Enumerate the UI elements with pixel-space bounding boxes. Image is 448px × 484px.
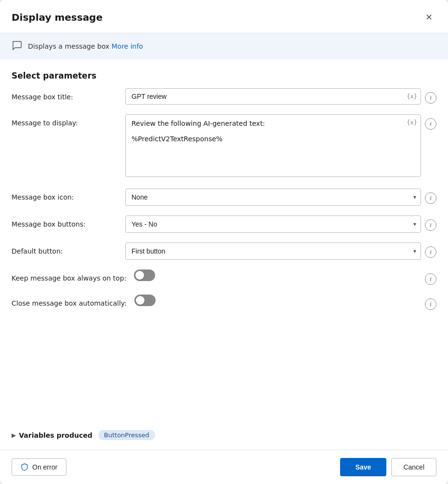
- param-row-buttons: Message box buttons: Yes - No OK OK - Ca…: [12, 215, 436, 233]
- dialog-title: Display message: [12, 12, 103, 23]
- default-button-label: Default button:: [12, 242, 118, 255]
- message-box-buttons-control: Yes - No OK OK - Cancel Yes - No - Cance…: [125, 215, 436, 233]
- keep-on-top-toggle-wrapper: [134, 269, 155, 281]
- variables-toggle[interactable]: ▶ Variables produced: [12, 431, 92, 439]
- shield-icon: [21, 463, 28, 471]
- on-error-label: On error: [32, 463, 57, 471]
- message-box-icon-info-icon[interactable]: i: [425, 192, 436, 204]
- display-message-dialog: Display message ✕ Displays a message box…: [0, 0, 448, 484]
- close-auto-info-icon[interactable]: i: [425, 298, 436, 310]
- message-box-buttons-info-icon[interactable]: i: [425, 219, 436, 231]
- message-box-icon-select[interactable]: None Information Warning Error Question: [125, 188, 421, 206]
- close-button[interactable]: ✕: [421, 10, 436, 25]
- default-button-info-icon[interactable]: i: [425, 246, 436, 258]
- message-to-display-info-icon[interactable]: i: [425, 118, 436, 130]
- message-box-title-label: Message box title:: [12, 88, 118, 101]
- on-error-button[interactable]: On error: [12, 458, 66, 476]
- message-box-icon-select-wrapper: None Information Warning Error Question …: [125, 188, 421, 206]
- dialog-footer: On error Save Cancel: [0, 450, 448, 484]
- keep-on-top-toggle-thumb: [135, 271, 144, 280]
- message-textarea-wrapper: <span class="textarea-first-line">Review…: [125, 114, 421, 179]
- cancel-button[interactable]: Cancel: [391, 458, 436, 476]
- message-box-buttons-label: Message box buttons:: [12, 215, 118, 228]
- keep-on-top-toggle-track: [134, 269, 155, 281]
- keep-on-top-info-icon[interactable]: i: [425, 273, 436, 285]
- default-button-control: First button Second button Third button …: [125, 242, 436, 260]
- message-box-icon-control: None Information Warning Error Question …: [125, 188, 436, 206]
- default-button-select-wrapper: First button Second button Third button …: [125, 242, 421, 260]
- message-box-buttons-select-wrapper: Yes - No OK OK - Cancel Yes - No - Cance…: [125, 215, 421, 233]
- keep-on-top-control: i: [134, 269, 436, 285]
- message-to-display-textarea[interactable]: <span class="textarea-first-line">Review…: [125, 114, 421, 177]
- close-auto-label: Close message box automatically:: [12, 295, 127, 307]
- close-auto-toggle-track: [134, 295, 156, 306]
- keep-on-top-toggle[interactable]: [134, 269, 155, 281]
- message-box-icon-label: Message box icon:: [12, 188, 118, 201]
- keep-on-top-label: Keep message box always on top:: [12, 269, 126, 282]
- footer-actions: Save Cancel: [340, 458, 436, 476]
- variables-produced-label: Variables produced: [19, 431, 92, 439]
- params-area: Message box title: {x} i Message to disp…: [0, 88, 448, 420]
- save-button[interactable]: Save: [340, 458, 387, 476]
- dialog-header: Display message ✕: [0, 0, 448, 33]
- more-info-link[interactable]: More info: [112, 42, 143, 50]
- default-button-select[interactable]: First button Second button Third button: [125, 242, 421, 260]
- message-to-display-label: Message to display:: [12, 114, 118, 127]
- param-row-keep-on-top: Keep message box always on top: i: [12, 269, 436, 285]
- param-row-icon: Message box icon: None Information Warni…: [12, 188, 436, 206]
- close-auto-control: i: [134, 295, 436, 310]
- close-auto-toggle-wrapper: [134, 295, 156, 306]
- message-box-title-control: {x} i: [125, 88, 436, 105]
- param-row-message: Message to display: <span class="textare…: [12, 114, 436, 179]
- variables-produced-row: ▶ Variables produced ButtonPressed: [0, 420, 448, 450]
- message-box-title-input-wrapper: {x}: [125, 88, 421, 105]
- param-row-title: Message box title: {x} i: [12, 88, 436, 105]
- info-banner-text: Displays a message box More info: [28, 42, 143, 50]
- variables-chevron-icon: ▶: [12, 432, 16, 439]
- close-auto-toggle-thumb: [136, 296, 145, 305]
- message-to-display-control: <span class="textarea-first-line">Review…: [125, 114, 436, 179]
- variables-badge: ButtonPressed: [98, 430, 155, 440]
- param-row-default-button: Default button: First button Second butt…: [12, 242, 436, 260]
- message-box-buttons-select[interactable]: Yes - No OK OK - Cancel Yes - No - Cance…: [125, 215, 421, 233]
- message-bubble-icon: [12, 40, 22, 53]
- section-title: Select parameters: [0, 59, 448, 88]
- info-banner: Displays a message box More info: [0, 33, 448, 59]
- param-row-close-auto: Close message box automatically: i: [12, 295, 436, 310]
- message-box-title-info-icon[interactable]: i: [425, 92, 436, 104]
- message-box-title-input[interactable]: [125, 88, 421, 105]
- close-auto-toggle[interactable]: [134, 295, 156, 306]
